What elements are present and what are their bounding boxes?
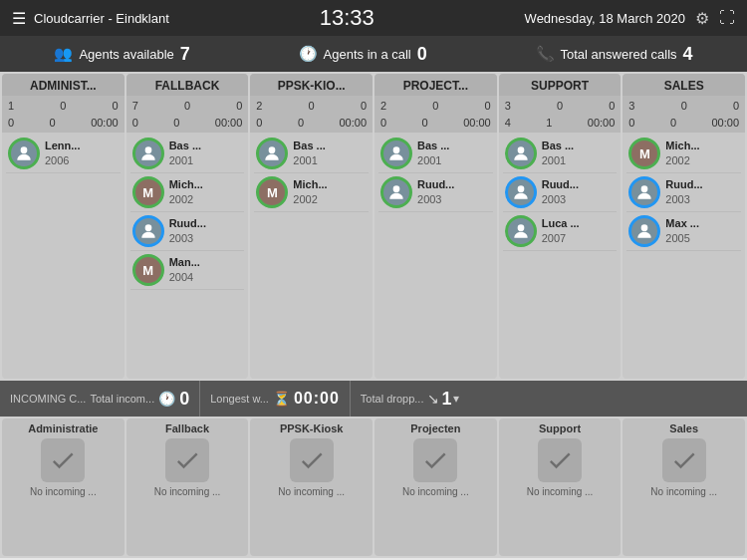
- queue-stat-value: 4: [505, 115, 511, 132]
- total-dropped-value: 1: [441, 389, 451, 410]
- agent-item[interactable]: Max ...2005: [626, 212, 741, 251]
- queue-stats-row: 200: [256, 98, 367, 115]
- queue-header-3: PROJECT...: [374, 74, 497, 96]
- queues-area: ADMINIST...1000000:00Lenn...2006FALLBACK…: [0, 72, 747, 381]
- agent-name: Ruud...: [542, 177, 579, 192]
- queue-header-5: SALES: [622, 74, 745, 96]
- queue-stat-value: 00:00: [588, 115, 616, 132]
- queue-col-sales: SALES3000000:00MMich...2002Ruud...2003Ma…: [622, 74, 745, 379]
- agent-info: Ruud...2003: [665, 177, 702, 208]
- agent-item[interactable]: Bas ...2001: [254, 135, 369, 173]
- agent-name: Bas ...: [293, 139, 325, 153]
- avatar: M: [132, 176, 164, 208]
- svg-point-10: [641, 224, 648, 231]
- agent-ext: 2001: [417, 153, 449, 168]
- chevron-down-icon: ▾: [453, 392, 459, 406]
- queue-stat-value: 2: [256, 98, 262, 115]
- longest-label: Longest w...: [210, 393, 269, 405]
- agent-name: Mich...: [665, 139, 699, 153]
- agent-info: Mich...2002: [169, 177, 203, 208]
- queue-stats-row: 100: [8, 98, 119, 115]
- queue-stat-value: 0: [309, 98, 315, 115]
- agent-ext: 2002: [665, 153, 699, 168]
- queue-stats-row: 0000:00: [8, 115, 119, 132]
- queue-stat-value: 0: [256, 115, 262, 132]
- agent-ext: 2005: [665, 231, 699, 246]
- agent-ext: 2003: [542, 192, 579, 207]
- agent-ext: 2007: [542, 231, 580, 246]
- queue-col-administ: ADMINIST...1000000:00Lenn...2006: [2, 74, 124, 379]
- total-incoming-value: 0: [179, 389, 189, 410]
- incoming-check-icon: [662, 438, 706, 482]
- queue-stats-row: 300: [505, 98, 616, 115]
- agent-item[interactable]: Ruud...2003: [130, 212, 245, 251]
- queue-col-support: SUPPORT3004100:00Bas ...2001Ruud...2003L…: [499, 74, 622, 379]
- queue-header-0: ADMINIST...: [2, 74, 124, 96]
- agent-item[interactable]: MMich...2002: [254, 173, 369, 212]
- queue-agents-2: Bas ...2001MMich...2002: [250, 133, 373, 379]
- queue-stats-row: 4100:00: [505, 115, 616, 132]
- agent-item[interactable]: MMich...2002: [626, 135, 741, 173]
- svg-point-8: [517, 224, 524, 231]
- svg-point-6: [517, 146, 524, 153]
- agent-info: Bas ...2001: [417, 139, 449, 169]
- total-dropped-dropdown[interactable]: ↘ 1 ▾: [427, 389, 459, 410]
- agent-name: Man...: [169, 255, 200, 270]
- incoming-text: No incoming ...: [402, 486, 469, 497]
- agent-name: Bas ...: [417, 139, 449, 153]
- agent-name: Ruud...: [665, 177, 702, 192]
- incoming-col-label: Support: [539, 422, 581, 434]
- queue-stats-1: 7000000:00: [126, 96, 249, 133]
- agent-item[interactable]: Bas ...2001: [130, 135, 245, 173]
- top-bar-right: Wednesday, 18 March 2020 ⚙ ⛶: [525, 9, 735, 28]
- agent-ext: 2003: [665, 192, 702, 207]
- queue-stat-value: 0: [173, 115, 179, 132]
- queue-agents-1: Bas ...2001MMich...2002Ruud...2003MMan..…: [126, 133, 249, 379]
- queue-stat-value: 7: [132, 98, 138, 115]
- queue-stat-value: 00:00: [339, 115, 367, 132]
- agent-name: Lenn...: [45, 139, 80, 153]
- agent-item[interactable]: MMich...2002: [130, 173, 245, 212]
- agent-item[interactable]: MMan...2004: [130, 251, 245, 290]
- svg-point-5: [393, 185, 400, 192]
- queue-stats-row: 700: [132, 98, 243, 115]
- incoming-check-icon: [41, 438, 85, 482]
- incoming-col-projecten: ProjectenNo incoming ...: [374, 419, 497, 556]
- maximize-icon[interactable]: ⛶: [719, 9, 735, 27]
- avatar: [380, 176, 412, 208]
- svg-point-4: [393, 146, 400, 153]
- svg-point-0: [21, 146, 28, 153]
- svg-point-7: [517, 185, 524, 192]
- agent-info: Max ...2005: [665, 216, 699, 247]
- queue-stat-value: 1: [546, 115, 552, 132]
- incoming-check-icon: [290, 438, 334, 482]
- agent-ext: 2003: [169, 231, 206, 246]
- agent-ext: 2002: [169, 192, 203, 207]
- settings-icon[interactable]: ⚙: [695, 9, 709, 28]
- queue-stat-value: 0: [298, 115, 304, 132]
- incoming-col-label: Fallback: [165, 422, 209, 434]
- queue-header-2: PPSK-KIO...: [250, 74, 373, 96]
- agent-name: Mich...: [293, 177, 327, 192]
- agent-item[interactable]: Ruud...2003: [626, 173, 741, 212]
- agent-item[interactable]: Luca ...2007: [503, 212, 618, 251]
- agent-item[interactable]: Ruud...2003: [503, 173, 618, 212]
- incoming-col-label: Sales: [669, 422, 698, 434]
- queue-stat-value: 0: [422, 115, 428, 132]
- agent-info: Ruud...2003: [169, 216, 206, 247]
- agent-ext: 2001: [169, 153, 201, 168]
- queue-stat-value: 0: [485, 98, 491, 115]
- incoming-col-fallback: FallbackNo incoming ...: [126, 419, 249, 556]
- incoming-col-label: Administratie: [28, 422, 98, 434]
- agent-item[interactable]: Lenn...2006: [6, 135, 121, 173]
- queue-stat-value: 00:00: [711, 115, 739, 132]
- app-name: ☰ Cloudcarrier - Eindklant: [12, 9, 169, 28]
- avatar: [8, 138, 40, 169]
- queue-stat-value: 1: [8, 98, 14, 115]
- history-icon: 🕐: [158, 391, 175, 407]
- agent-item[interactable]: Bas ...2001: [503, 135, 618, 173]
- svg-point-1: [144, 146, 151, 153]
- agent-item[interactable]: Bas ...2001: [378, 135, 493, 173]
- agent-item[interactable]: Ruud...2003: [378, 173, 493, 212]
- queue-header-4: SUPPORT: [499, 74, 622, 96]
